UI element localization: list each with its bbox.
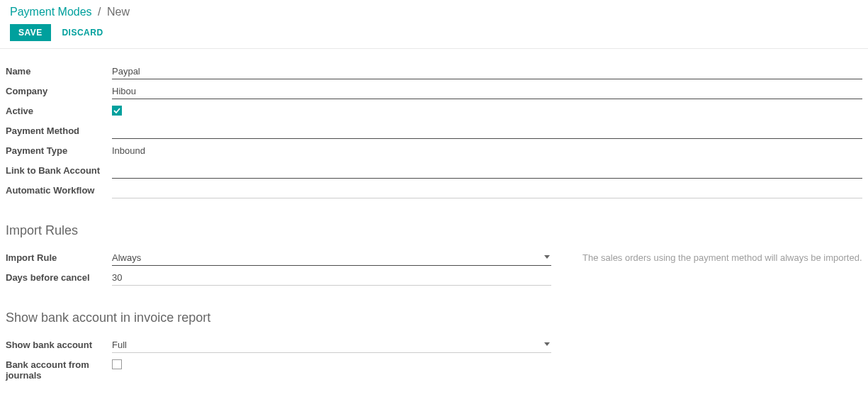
row-payment-method: Payment Method xyxy=(6,123,862,142)
label-payment-method: Payment Method xyxy=(6,123,112,136)
discard-button[interactable]: DISCARD xyxy=(53,24,111,41)
row-link-bank-account: Link to Bank Account xyxy=(6,162,862,182)
active-checkbox[interactable] xyxy=(112,106,122,116)
row-payment-type: Payment Type Inbound xyxy=(6,142,862,162)
label-name: Name xyxy=(6,63,112,77)
section-import-rules: Import Rules xyxy=(6,223,862,238)
breadcrumb-leaf: New xyxy=(107,6,130,18)
row-name: Name xyxy=(6,63,862,83)
link-bank-account-input[interactable] xyxy=(112,162,862,179)
check-icon xyxy=(113,107,120,114)
company-input[interactable] xyxy=(112,83,862,99)
form-sheet: Name Company Active Payment Method Payme… xyxy=(0,49,868,388)
import-rule-select[interactable]: Always xyxy=(112,250,551,266)
label-link-bank-account: Link to Bank Account xyxy=(6,162,112,176)
show-bank-account-value: Full xyxy=(112,337,551,352)
label-show-bank-account: Show bank account xyxy=(6,337,112,350)
label-import-rule: Import Rule xyxy=(6,250,112,263)
label-automatic-workflow: Automatic Workflow xyxy=(6,182,112,196)
row-days-before-cancel: Days before cancel xyxy=(6,269,551,289)
section-show-bank: Show bank account in invoice report xyxy=(6,310,862,325)
bank-account-from-journals-checkbox[interactable] xyxy=(112,359,122,369)
days-before-cancel-input[interactable] xyxy=(112,269,551,286)
button-bar: SAVE DISCARD xyxy=(0,20,868,49)
label-company: Company xyxy=(6,83,112,96)
name-input[interactable] xyxy=(112,63,862,79)
row-company: Company xyxy=(6,83,862,103)
label-days-before-cancel: Days before cancel xyxy=(6,269,112,283)
row-import-rule: Import Rule Always xyxy=(6,250,551,269)
row-show-bank-account: Show bank account Full xyxy=(6,337,862,357)
show-bank-account-select[interactable]: Full xyxy=(112,337,551,353)
label-active: Active xyxy=(6,103,112,116)
automatic-workflow-input[interactable] xyxy=(112,182,862,198)
breadcrumb-separator: / xyxy=(95,6,103,18)
breadcrumb-root[interactable]: Payment Modes xyxy=(10,6,92,18)
label-payment-type: Payment Type xyxy=(6,142,112,156)
payment-type-value: Inbound xyxy=(112,142,862,158)
row-automatic-workflow: Automatic Workflow xyxy=(6,182,862,202)
save-button[interactable]: SAVE xyxy=(10,24,51,41)
breadcrumb: Payment Modes / New xyxy=(0,0,868,20)
import-rule-helper: The sales orders using the payment metho… xyxy=(582,252,862,263)
payment-method-input[interactable] xyxy=(112,123,862,139)
import-rule-value: Always xyxy=(112,250,551,265)
row-bank-account-from-journals: Bank account from journals xyxy=(6,357,862,381)
row-active: Active xyxy=(6,103,862,123)
label-bank-account-from-journals: Bank account from journals xyxy=(6,357,112,381)
